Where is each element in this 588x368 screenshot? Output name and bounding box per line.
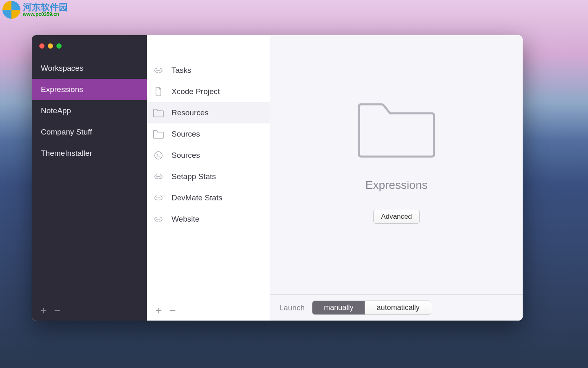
zoom-window-button[interactable] [56,43,62,49]
segment-automatically[interactable]: automatically [365,301,431,314]
item-label: Setapp Stats [172,172,216,181]
item-label: Website [172,215,199,224]
item-row-tasks[interactable]: Tasks [147,60,270,81]
item-row-website[interactable]: Website [147,209,270,230]
folder-large-icon [356,94,437,161]
sidebar-remove-button[interactable] [53,306,61,314]
folder-icon [153,130,164,139]
link-icon [153,193,164,202]
items-add-button[interactable] [154,306,163,314]
item-label: Sources [172,151,200,160]
item-label: DevMate Stats [172,193,223,202]
item-row-xcode-project[interactable]: Xcode Project [147,81,270,102]
terminal-icon [153,151,164,160]
sidebar-footer [32,300,147,321]
sidebar-item-workspaces[interactable]: Workspaces [32,58,147,79]
watermark-text: 河东软件园 www.pc0359.cn [23,2,68,17]
folder-icon [153,108,164,117]
watermark: 河东软件园 www.pc0359.cn [2,1,68,19]
link-icon [153,215,164,224]
file-icon [153,87,164,96]
close-window-button[interactable] [39,43,45,49]
app-window: WorkspacesExpressionsNoteAppCompany Stuf… [32,35,523,321]
detail-pane: Expressions Advanced Launch manually aut… [270,35,523,321]
detail-title: Expressions [365,179,428,192]
item-row-sources[interactable]: Sources [147,123,270,145]
item-row-resources[interactable]: Resources [147,102,270,123]
item-label: Resources [172,108,209,117]
item-row-setapp-stats[interactable]: Setapp Stats [147,166,270,187]
sidebar-add-button[interactable] [39,306,47,314]
watermark-url: www.pc0359.cn [23,12,68,17]
traffic-lights [32,40,147,58]
launch-label: Launch [279,303,305,312]
items-footer [147,300,270,321]
link-icon [153,172,164,181]
sidebar-item-company-stuff[interactable]: Company Stuff [32,121,147,143]
sidebar-item-expressions[interactable]: Expressions [32,79,147,100]
item-row-sources[interactable]: Sources [147,145,270,166]
minimize-window-button[interactable] [48,43,53,49]
item-label: Sources [172,130,200,139]
detail-footer: Launch manually automatically [270,294,523,321]
item-label: Xcode Project [172,87,220,96]
item-label: Tasks [172,66,192,75]
item-row-devmate-stats[interactable]: DevMate Stats [147,187,270,209]
sidebar-list: WorkspacesExpressionsNoteAppCompany Stuf… [32,58,147,300]
watermark-logo [2,1,20,19]
detail-body: Expressions Advanced [270,35,523,294]
items-panel: TasksXcode ProjectResourcesSourcesSource… [147,35,270,321]
watermark-title: 河东软件园 [23,2,68,12]
launch-mode-segmented: manually automatically [312,301,431,315]
sidebar-item-themeinstaller[interactable]: ThemeInstaller [32,143,147,164]
sidebar-item-noteapp[interactable]: NoteApp [32,100,147,121]
segment-manually[interactable]: manually [312,301,365,314]
link-icon [153,66,164,75]
advanced-button[interactable]: Advanced [373,210,420,224]
items-remove-button[interactable] [168,306,176,314]
items-list: TasksXcode ProjectResourcesSourcesSource… [147,35,270,300]
sidebar: WorkspacesExpressionsNoteAppCompany Stuf… [32,35,147,321]
